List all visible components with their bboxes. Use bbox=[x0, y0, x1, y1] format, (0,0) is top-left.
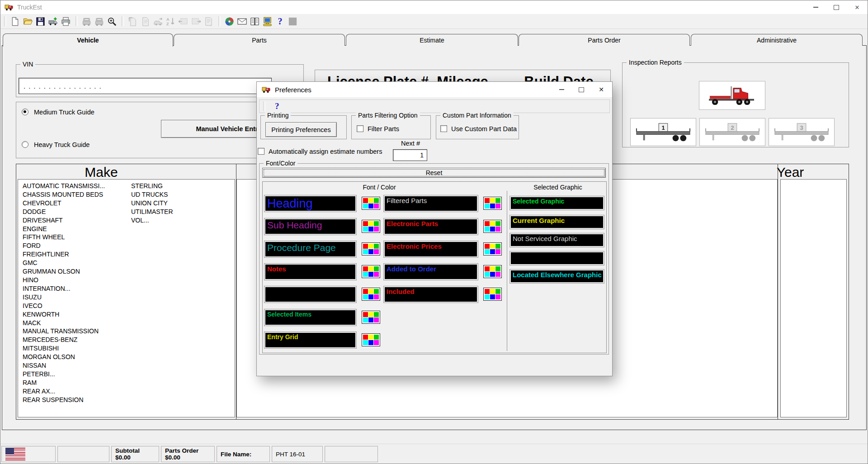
color-picker-button[interactable] bbox=[362, 242, 380, 256]
print-icon[interactable] bbox=[59, 15, 72, 27]
make-list-item[interactable]: REAR SUSPENSION bbox=[23, 396, 105, 404]
graphic-sample-selected-graphic[interactable]: Selected Graphic bbox=[510, 196, 604, 210]
color-picker-button[interactable] bbox=[483, 242, 502, 256]
help-icon[interactable]: ? bbox=[275, 101, 279, 111]
make-list-item[interactable]: ENGINE bbox=[23, 225, 105, 233]
make-list-item[interactable]: AUTOMATIC TRANSMISSI... bbox=[23, 182, 105, 190]
make-list-item[interactable]: CHASSIS MOUNTED BEDS bbox=[23, 190, 105, 199]
graphic-sample-blank[interactable] bbox=[510, 251, 604, 265]
font-sample-heading[interactable]: Heading bbox=[264, 195, 356, 212]
color-picker-button[interactable] bbox=[483, 220, 502, 233]
make-list-item[interactable]: GMC bbox=[23, 259, 105, 267]
heavy-truck-guide-radio[interactable] bbox=[22, 141, 28, 148]
color-picker-button[interactable] bbox=[362, 197, 380, 210]
make-list-item[interactable]: DRIVESHAFT bbox=[23, 216, 105, 225]
computer-icon[interactable] bbox=[261, 15, 274, 27]
zoom-in-icon[interactable] bbox=[105, 15, 118, 27]
font-sample-filtered-parts[interactable]: Filtered Parts bbox=[384, 195, 478, 212]
auto-assign-checkbox[interactable] bbox=[258, 148, 264, 155]
color-picker-button[interactable] bbox=[362, 311, 380, 324]
status-cell bbox=[57, 446, 109, 462]
reset-button[interactable]: Reset bbox=[262, 168, 606, 178]
filter-parts-checkbox[interactable] bbox=[357, 125, 363, 132]
font-sample-notes[interactable]: Notes bbox=[264, 264, 356, 280]
make-list-item[interactable]: GRUMMAN OLSON bbox=[23, 267, 105, 276]
make-list-item[interactable]: MACK bbox=[23, 319, 105, 327]
next-number-input[interactable]: 1 bbox=[393, 149, 427, 161]
envelope-icon[interactable] bbox=[236, 15, 248, 27]
add-vehicle-icon[interactable] bbox=[47, 15, 59, 27]
font-sample-electronic-prices[interactable]: Electronic Prices bbox=[384, 241, 478, 257]
ledger-icon[interactable] bbox=[248, 15, 261, 27]
font-sample-procedure-page[interactable]: Procedure Page bbox=[264, 241, 356, 257]
make-list-item[interactable]: INTERNATION... bbox=[23, 284, 105, 293]
inspection-truck-button[interactable] bbox=[699, 81, 765, 110]
medium-truck-guide-radio[interactable] bbox=[22, 109, 28, 115]
font-sample-electronic-parts[interactable]: Electronic Parts bbox=[384, 218, 478, 235]
printing-preferences-button[interactable]: Printing Preferences bbox=[265, 122, 337, 137]
gray-square-icon[interactable] bbox=[286, 15, 299, 27]
make-list-item[interactable]: ISUZU bbox=[23, 293, 105, 302]
font-sample-sub-heading[interactable]: Sub Heading bbox=[264, 218, 356, 235]
minimize-icon[interactable] bbox=[805, 0, 826, 14]
make-list-item[interactable]: NISSAN bbox=[23, 361, 105, 370]
make-list-item[interactable]: UNION CITY bbox=[131, 199, 173, 208]
make-list-item[interactable]: HINO bbox=[23, 276, 105, 284]
tab-parts[interactable]: Parts bbox=[174, 34, 345, 46]
make-list-item[interactable]: UD TRUCKS bbox=[131, 190, 173, 199]
year-listbox[interactable] bbox=[780, 179, 847, 417]
tab-vehicle[interactable]: Vehicle bbox=[3, 33, 173, 47]
truck-logo-icon bbox=[5, 3, 14, 12]
graphic-sample-located-elsewhere-graphic[interactable]: Located Elsewhere Graphic bbox=[510, 270, 604, 283]
font-sample-included[interactable]: Included bbox=[384, 286, 478, 303]
tab-administrative[interactable]: Administrative bbox=[691, 34, 863, 46]
font-sample-blank[interactable] bbox=[264, 286, 356, 303]
make-list-item[interactable]: MERCEDES-BENZ bbox=[23, 336, 105, 344]
graphic-sample-current-graphic[interactable]: Current Graphic bbox=[510, 215, 604, 229]
make-list-item[interactable]: IVECO bbox=[23, 302, 105, 310]
font-sample-added-to-order[interactable]: Added to Order bbox=[384, 264, 478, 280]
font-sample-entry-grid[interactable]: Entry Grid bbox=[264, 332, 356, 348]
make-list-item[interactable]: FIFTH WHEEL bbox=[23, 233, 105, 241]
color-picker-button[interactable] bbox=[483, 288, 502, 301]
vin-input[interactable]: ................ bbox=[19, 78, 272, 94]
open-folder-icon[interactable] bbox=[21, 15, 34, 27]
dialog-maximize-icon[interactable] bbox=[571, 82, 591, 97]
save-floppy-icon[interactable] bbox=[34, 15, 47, 27]
help-icon[interactable]: ? bbox=[274, 15, 286, 27]
font-sample-selected-items[interactable]: Selected Items bbox=[264, 309, 356, 326]
color-picker-button[interactable] bbox=[483, 197, 502, 210]
make-list-item[interactable]: VOL... bbox=[131, 216, 173, 225]
make-list-item[interactable]: FORD bbox=[23, 241, 105, 250]
make-list-item[interactable]: MANUAL TRANSMISSION bbox=[23, 327, 105, 336]
trailer-1-button[interactable]: 1 bbox=[630, 118, 696, 146]
make-list-item[interactable]: CHEVROLET bbox=[23, 199, 105, 208]
make-list-item[interactable]: PETERBI... bbox=[23, 370, 105, 379]
cd-icon[interactable] bbox=[223, 15, 236, 27]
close-icon[interactable]: ✕ bbox=[847, 0, 868, 14]
dialog-minimize-icon[interactable] bbox=[552, 82, 571, 97]
make-list-item[interactable]: MORGAN OLSON bbox=[23, 353, 105, 361]
make-list-item[interactable]: RAM bbox=[23, 379, 105, 387]
make-list-item[interactable]: MITSUBISHI bbox=[23, 344, 105, 353]
make-list-item[interactable]: REAR AX... bbox=[23, 387, 105, 396]
make-list-item[interactable]: KENWORTH bbox=[23, 310, 105, 319]
make-listbox[interactable]: AUTOMATIC TRANSMISSI...CHASSIS MOUNTED B… bbox=[18, 179, 235, 417]
color-picker-button[interactable] bbox=[362, 265, 380, 278]
color-picker-button[interactable] bbox=[362, 288, 380, 301]
make-list-item[interactable]: STERLING bbox=[131, 182, 173, 190]
color-picker-button[interactable] bbox=[362, 333, 380, 346]
new-document-icon[interactable] bbox=[9, 15, 21, 27]
make-list-item[interactable]: UTILIMASTER bbox=[131, 208, 173, 216]
graphic-sample-not-serviced-graphic[interactable]: Not Serviced Graphic bbox=[510, 233, 604, 247]
dialog-close-icon[interactable]: ✕ bbox=[591, 82, 611, 97]
make-list-item[interactable]: DODGE bbox=[23, 208, 105, 216]
tab-estimate[interactable]: Estimate bbox=[346, 34, 518, 46]
use-custom-part-data-checkbox[interactable] bbox=[440, 125, 447, 132]
make-list-item[interactable]: FREIGHTLINER bbox=[23, 250, 105, 259]
svg-text:?: ? bbox=[278, 16, 282, 26]
color-picker-button[interactable] bbox=[362, 220, 380, 233]
color-picker-button[interactable] bbox=[483, 265, 502, 278]
maximize-icon[interactable] bbox=[826, 0, 847, 14]
tab-parts-order[interactable]: Parts Order bbox=[519, 34, 690, 46]
